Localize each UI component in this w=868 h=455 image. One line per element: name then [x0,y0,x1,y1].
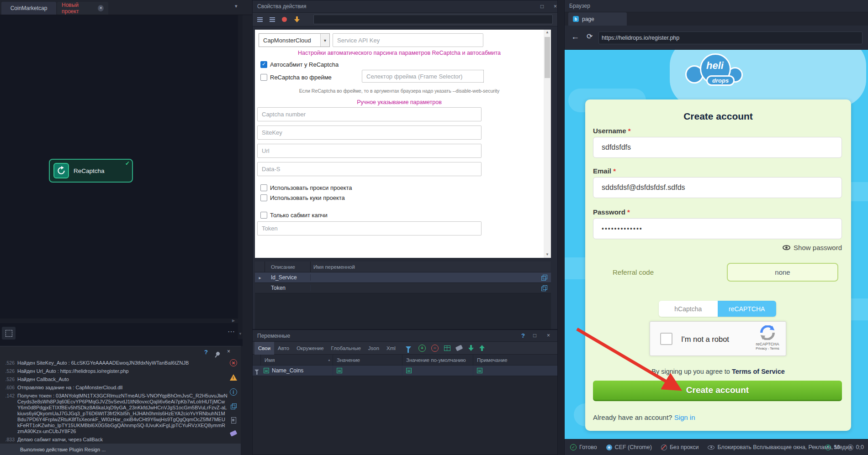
password-input[interactable] [593,218,842,239]
copy-icon[interactable] [541,285,547,291]
maximize-icon[interactable]: □ [540,3,544,10]
errors-filter-icon[interactable]: ✕ [230,359,237,366]
api-key-input[interactable] [333,33,483,47]
record-icon[interactable] [282,17,287,22]
scroll-up-icon[interactable]: ▲ [545,30,549,34]
chevron-down-icon[interactable]: ▾ [235,3,238,9]
status-engine[interactable]: CEF (Chrome) [606,444,652,450]
sort-icon[interactable]: ▲ [328,358,333,361]
use-cookies-row[interactable]: Использовать куки проекта [260,193,345,202]
table-row[interactable]: Token [255,283,551,293]
referral-code-box[interactable]: none [727,263,838,282]
help-icon[interactable]: ? [204,349,208,356]
show-password-toggle[interactable]: Show password [783,244,842,251]
tab-xml[interactable]: Xml [383,342,399,355]
url-input[interactable] [598,31,863,44]
column-header[interactable]: Примечание [473,355,557,365]
log-entry[interactable]: .606Отправляю задание на : CapMonsterClo… [0,385,229,391]
copy-log-icon[interactable] [231,403,237,409]
captcha-number-input[interactable] [257,107,482,121]
back-icon[interactable]: ← [571,32,579,42]
column-header[interactable]: Имя▲ [261,355,333,365]
use-cookies-checkbox[interactable] [260,194,267,201]
autosubmit-checkbox-row[interactable]: Автосабмит у ReCaptcha [260,58,339,71]
browser-tab-page[interactable]: b page [568,12,627,26]
maximize-icon[interactable]: □ [533,332,536,339]
canvas-vscrollbar[interactable]: ▼ [238,15,243,339]
use-proxy-checkbox[interactable] [260,184,267,191]
log-entry[interactable]: .526Найден SiteKey_Auto : 6LcSKGYeAAAAAD… [0,360,229,366]
close-icon[interactable]: × [227,348,230,355]
email-input[interactable] [593,177,842,198]
log-entry[interactable]: .526Найден Callback_Auto [0,377,229,382]
username-input[interactable] [593,137,842,158]
variable-note-icon[interactable] [477,368,482,373]
column-header[interactable]: Имя переменной [311,261,551,272]
tab-json[interactable]: Json [365,342,383,355]
tab-own[interactable]: Свои [254,342,274,355]
import-icon[interactable] [468,345,474,351]
column-header[interactable]: Описание [265,261,311,272]
tab-coinmarketcap[interactable]: CoinMarketcap [1,2,56,15]
copy-icon[interactable] [541,275,547,281]
recaptcha-node[interactable]: ReCaptcha ✓ [49,159,133,183]
column-header[interactable]: Значение [333,355,402,365]
info-filter-icon[interactable]: i [230,388,237,396]
variable-default-icon[interactable] [406,368,412,373]
add-variable-icon[interactable]: + [418,345,426,352]
columns-icon[interactable] [444,345,450,351]
only-submit-checkbox[interactable] [260,212,267,219]
manual-params-link[interactable]: Ручное указывание параметров [255,99,544,105]
column-header[interactable]: Значение по-умолчанию [402,355,473,365]
variable-value-icon[interactable] [337,368,342,373]
export-icon[interactable] [479,345,485,351]
warnings-filter-icon[interactable] [230,374,237,381]
action-search-input[interactable] [313,15,553,24]
scroll-down-icon[interactable]: ▼ [545,252,549,256]
pin-icon[interactable] [215,351,220,356]
clear-log-icon[interactable] [230,430,237,436]
fit-view-button[interactable] [2,327,16,340]
table-row[interactable]: ▸ Id_Service [255,272,551,283]
help-icon[interactable]: ? [521,332,525,339]
auto-parse-link[interactable]: Настройки автоматического парсинга парам… [255,50,544,56]
tab-new-project[interactable]: Новый проект × [57,2,108,15]
log-entry[interactable]: .142Получен токен : 03ANYolqtMN1TX3GCRlm… [0,393,229,434]
tab-hcaptcha[interactable]: hCaptcha [659,301,718,317]
canvas-hscrollbar[interactable]: ▶ [0,319,238,323]
site-logo[interactable]: heli drops [683,52,751,98]
close-icon[interactable]: × [98,5,104,11]
tab-global[interactable]: Глобальные [328,342,365,355]
token-input[interactable] [257,221,482,235]
terms-link[interactable]: Terms of Service [732,368,785,375]
service-select[interactable]: CapMonsterCloud [259,33,330,47]
log-entry[interactable]: .833Делаю сабмит капчи, через CallBack [0,437,229,443]
form-scrollbar[interactable]: ▲ ▼ [544,30,551,258]
autosubmit-checkbox[interactable] [260,61,267,68]
frame-selector-input[interactable] [362,70,484,83]
tab-recaptcha[interactable]: reCAPTCHA [718,301,777,317]
close-icon[interactable]: × [554,3,557,10]
frame-checkbox-row[interactable]: ReCaptcha во фрейме [260,71,332,84]
frame-checkbox[interactable] [260,74,267,81]
more-options-icon[interactable]: ⋯ [228,327,235,336]
create-account-button[interactable]: Create account [593,381,842,401]
only-submit-row[interactable]: Только сабмит капчи [260,210,328,220]
log-entry[interactable]: .526Найден Url_Auto : https://helidrops.… [0,368,229,374]
status-proxy[interactable]: Без прокси [661,444,699,450]
row-filter-icon[interactable] [254,369,259,372]
tab-auto[interactable]: Авто [274,342,293,355]
scroll-right-icon[interactable]: ▶ [232,319,235,323]
recaptcha-privacy-links[interactable]: Privacy - Terms [754,346,781,350]
variable-row[interactable]: Name_Coins [253,366,557,376]
close-icon[interactable]: × [547,332,550,339]
signin-link[interactable]: Sign in [674,413,695,421]
scroll-down-icon[interactable]: ▼ [238,332,242,336]
refresh-icon[interactable]: ⟳ [587,32,593,41]
action-canvas[interactable]: ReCaptcha ✓ ▼ ▶ ⋯ [0,15,243,346]
use-proxy-row[interactable]: Использовать прокси проекта [260,183,352,192]
sitekey-input[interactable] [257,126,482,140]
scrollbar-thumb[interactable] [545,37,550,78]
data-s-input[interactable] [257,162,482,176]
log-current-entry[interactable]: Выполняю действие Plugin Resign ... [0,444,241,455]
